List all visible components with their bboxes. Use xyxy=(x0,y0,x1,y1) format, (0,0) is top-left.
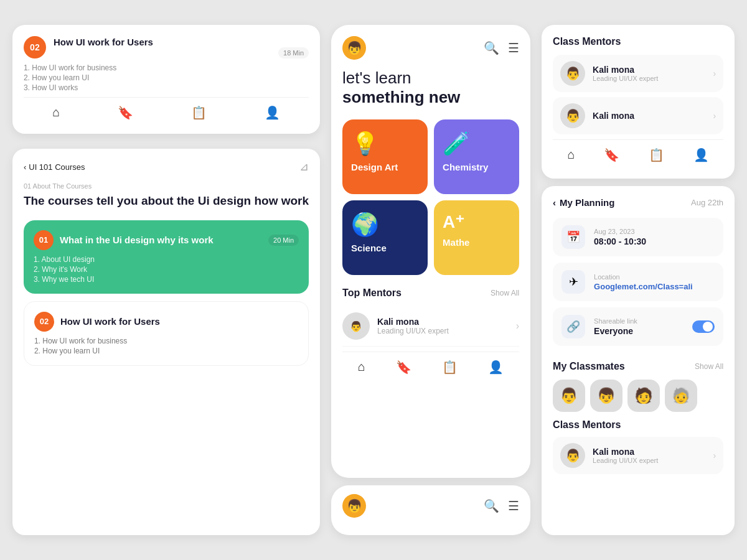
design-art-icon: 💡 xyxy=(351,131,379,157)
cli-point-01-1: 1. About UI design xyxy=(34,255,299,264)
subject-tile-mathe[interactable]: A⁺ Mathe xyxy=(434,200,519,275)
planning-title: My Planning xyxy=(560,197,614,208)
cm-name-1: Kali mona xyxy=(593,65,705,75)
cm-chevron-1: › xyxy=(713,68,716,78)
mathe-icon: A⁺ xyxy=(443,212,464,232)
search-icon-bottom[interactable]: 🔍 xyxy=(484,498,499,513)
mentors-title: Top Mentors xyxy=(342,287,402,299)
hero-text: let's learn something new xyxy=(342,68,519,107)
left-top-nav: ⌂ 🔖 📋 👤 xyxy=(24,97,309,125)
right-column: Class Mentors 👨 Kali mona Leading UI/UX … xyxy=(542,25,735,535)
chemistry-icon: 🧪 xyxy=(443,131,471,157)
share-label: Shareable link xyxy=(594,317,637,325)
course-list-item-02[interactable]: 02 How UI work for Users 1. How UI work … xyxy=(24,301,309,366)
menu-icon[interactable]: ☰ xyxy=(508,40,519,55)
cli-point-02-1: 1. How UI work for business xyxy=(34,337,298,345)
classmates-avatars: 👨 👦 🧑 🧓 xyxy=(553,380,723,412)
person-icon[interactable]: 👤 xyxy=(265,105,280,120)
class-mentor-row-1[interactable]: 👨 Kali mona Leading UI/UX expert › xyxy=(553,55,723,92)
mid-bottom-card: 👦 🔍 ☰ xyxy=(331,485,530,535)
filter-icon[interactable]: ⊿ xyxy=(299,160,309,174)
right-top-nav: ⌂ 🔖 📋 👤 xyxy=(553,139,723,167)
back-chevron-icon: ‹ xyxy=(24,162,26,172)
notes-icon[interactable]: 📋 xyxy=(442,360,458,375)
mid-nav: ⌂ 🔖 📋 👤 xyxy=(342,352,519,380)
mid-top-icons: 🔍 ☰ xyxy=(484,40,519,55)
location-icon: ✈ xyxy=(561,270,585,294)
top-course-point-1: 1. How UI work for business xyxy=(24,63,309,72)
avatar: 👦 xyxy=(342,36,366,60)
location-value[interactable]: Googlemet.com/Class=ali xyxy=(594,282,693,291)
cli-title-01: What in the Ui design why its work xyxy=(60,235,214,246)
class-mentor-sub: Leading UI/UX expert xyxy=(593,457,705,464)
hero-line1: let's learn xyxy=(342,68,519,88)
shareable-toggle[interactable] xyxy=(692,320,715,333)
right-top-card: Class Mentors 👨 Kali mona Leading UI/UX … xyxy=(542,25,735,179)
course-badge-02: 02 xyxy=(24,36,46,58)
subject-tile-chemistry[interactable]: 🧪 Chemistry xyxy=(434,119,519,194)
mid-bottom-top-bar: 👦 🔍 ☰ xyxy=(342,494,519,518)
subject-tile-design-art[interactable]: 💡 Design Art xyxy=(342,119,428,194)
cli-badge-02: 02 xyxy=(34,312,54,332)
cli-badge-01: 01 xyxy=(34,230,54,250)
mentors-show-all[interactable]: Show All xyxy=(491,289,519,297)
science-label: Science xyxy=(351,243,387,253)
mathe-label: Mathe xyxy=(443,237,469,248)
share-info: Shareable link Everyone xyxy=(594,317,637,336)
subject-tile-science[interactable]: 🌍 Science xyxy=(342,200,428,275)
class-mentor-info: Kali mona Leading UI/UX expert xyxy=(593,447,705,464)
top-course-point-3: 3. How UI works xyxy=(24,83,309,92)
science-icon: 🌍 xyxy=(351,212,379,238)
breadcrumb-row: ‹ UI 101 Courses ⊿ xyxy=(24,160,309,174)
cm-info-2: Kali mona xyxy=(593,111,705,121)
calendar-icon: 📅 xyxy=(561,225,585,249)
bookmark-icon[interactable]: 🔖 xyxy=(118,105,133,120)
section-heading: The courses tell you about the Ui design… xyxy=(24,194,309,209)
notes-icon[interactable]: 📋 xyxy=(191,105,207,120)
class-mentor-name: Kali mona xyxy=(593,447,705,457)
class-mentors-list: Class Mentors 👨 Kali mona Leading UI/UX … xyxy=(553,419,723,479)
person-icon[interactable]: 👤 xyxy=(693,147,709,162)
chemistry-label: Chemistry xyxy=(443,162,488,172)
link-icon: 🔗 xyxy=(561,315,585,338)
mentors-section-row: Top Mentors Show All xyxy=(342,287,519,299)
home-icon[interactable]: ⌂ xyxy=(358,360,365,375)
mid-bottom-avatar: 👦 xyxy=(342,494,366,518)
location-label: Location xyxy=(594,273,693,281)
home-icon[interactable]: ⌂ xyxy=(52,105,60,120)
date-info: Aug 23, 2023 08:00 - 10:30 xyxy=(594,228,646,246)
classmates-show-all[interactable]: Show All xyxy=(695,362,723,371)
mentor-list-item[interactable]: 👨 Kali mona Leading UI/UX expert › xyxy=(342,306,519,347)
top-mentors-section: Top Mentors Show All 👨 Kali mona Leading… xyxy=(342,287,519,347)
toggle-circle xyxy=(703,322,713,332)
breadcrumb[interactable]: ‹ UI 101 Courses xyxy=(24,162,85,172)
cli-point-02-2: 2. How you learn UI xyxy=(34,347,298,355)
search-icon[interactable]: 🔍 xyxy=(484,40,499,55)
hero-line2: something new xyxy=(342,88,519,107)
top-course-title: How UI work for Users xyxy=(54,36,153,49)
date-value: 08:00 - 10:30 xyxy=(594,236,646,246)
bookmark-icon[interactable]: 🔖 xyxy=(604,147,619,162)
planning-back[interactable]: ‹ My Planning xyxy=(553,197,614,208)
cm-name-2: Kali mona xyxy=(593,111,705,121)
class-mentor-main[interactable]: 👨 Kali mona Leading UI/UX expert › xyxy=(553,437,723,474)
cm-sub-1: Leading UI/UX expert xyxy=(593,75,705,82)
cm-info-1: Kali mona Leading UI/UX expert xyxy=(593,65,705,82)
class-mentor-row-2[interactable]: 👨 Kali mona › xyxy=(553,97,723,134)
breadcrumb-label: UI 101 Courses xyxy=(29,162,85,172)
home-icon[interactable]: ⌂ xyxy=(567,147,575,162)
person-icon[interactable]: 👤 xyxy=(488,360,504,375)
bookmark-icon[interactable]: 🔖 xyxy=(396,360,411,375)
cm-chevron-2: › xyxy=(713,111,716,121)
cli-point-01-2: 2. Why it's Work xyxy=(34,265,299,274)
planning-card: ‹ My Planning Aug 22th 📅 Aug 23, 2023 08… xyxy=(542,186,735,535)
menu-icon-bottom[interactable]: ☰ xyxy=(508,498,519,513)
date-label: Aug 23, 2023 xyxy=(594,228,646,235)
notes-icon[interactable]: 📋 xyxy=(649,147,664,162)
classmates-title: My Classmates xyxy=(553,361,625,372)
planning-date: Aug 22th xyxy=(691,198,723,207)
info-row-location: ✈ Location Googlemet.com/Class=ali xyxy=(553,263,723,301)
course-list-item-active[interactable]: 01 What in the Ui design why its work 20… xyxy=(24,220,309,294)
mentor-chevron-icon: › xyxy=(516,320,519,332)
class-mentor-avatar: 👨 xyxy=(560,443,585,468)
